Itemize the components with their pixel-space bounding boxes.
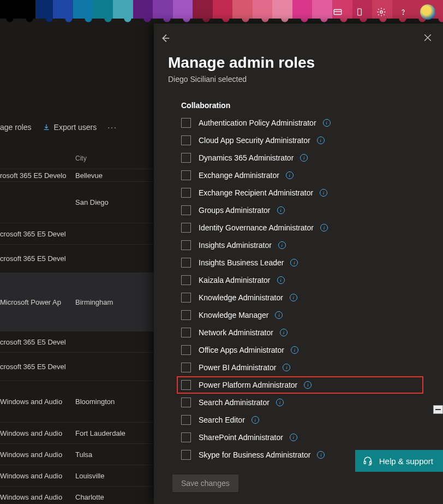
cell-licenses: crosoft 365 E5 Devel xyxy=(0,254,72,263)
role-checkbox[interactable] xyxy=(181,380,191,390)
role-item: Groups Administratori xyxy=(181,201,428,219)
cell-city: Charlotte xyxy=(72,493,157,501)
user-avatar[interactable] xyxy=(420,4,435,20)
info-icon[interactable]: i xyxy=(286,171,294,179)
settings-gear-icon[interactable] xyxy=(376,7,386,17)
role-checkbox[interactable] xyxy=(181,328,191,337)
role-label[interactable]: Search Administrator xyxy=(199,398,270,407)
role-checkbox[interactable] xyxy=(181,188,191,198)
role-label[interactable]: Office Apps Administrator xyxy=(199,346,284,354)
info-icon[interactable]: i xyxy=(275,311,283,319)
role-label[interactable]: Kaizala Administrator xyxy=(199,276,271,284)
role-item: Kaizala Administratori xyxy=(181,271,428,289)
info-icon[interactable]: i xyxy=(300,154,308,162)
role-checkbox[interactable] xyxy=(181,170,191,180)
role-item: Cloud App Security Administratori xyxy=(181,132,428,149)
role-checkbox[interactable] xyxy=(181,240,191,250)
role-item: Office Apps Administratori xyxy=(181,341,428,359)
role-label[interactable]: Network Administrator xyxy=(199,328,273,337)
help-question-icon[interactable] xyxy=(398,7,408,17)
info-icon[interactable]: i xyxy=(320,189,327,197)
info-icon[interactable]: i xyxy=(290,294,297,301)
role-label[interactable]: Identity Governance Administrator xyxy=(199,223,314,232)
info-icon[interactable]: i xyxy=(290,434,297,441)
role-label[interactable]: Power BI Administrator xyxy=(199,363,276,372)
cell-licenses: Windows and Audio xyxy=(0,450,72,459)
role-label[interactable]: Exchange Recipient Administrator xyxy=(199,188,313,197)
cell-licenses: crosoft 365 E5 Devel xyxy=(0,338,72,346)
export-users-action[interactable]: Export users xyxy=(43,123,97,132)
panel-scroll-area[interactable]: Collaboration Authentication Policy Admi… xyxy=(154,92,439,504)
help-support-button[interactable]: Help & support xyxy=(355,450,443,472)
info-icon[interactable]: i xyxy=(323,119,331,127)
role-checkbox[interactable] xyxy=(181,223,191,233)
info-icon[interactable]: i xyxy=(277,276,285,284)
card-icon[interactable] xyxy=(333,7,343,17)
role-checkbox[interactable] xyxy=(181,345,191,355)
cell-licenses: Windows and Audio xyxy=(0,429,72,437)
role-checkbox[interactable] xyxy=(181,432,191,442)
role-checkbox[interactable] xyxy=(181,258,191,268)
info-icon[interactable]: i xyxy=(317,137,325,144)
cell-licenses: Windows and Audio xyxy=(0,472,72,480)
more-actions-icon[interactable]: ··· xyxy=(107,123,117,132)
role-list: Authentication Policy AdministratoriClou… xyxy=(154,114,439,464)
save-changes-button[interactable]: Save changes xyxy=(172,475,238,492)
role-checkbox[interactable] xyxy=(181,275,191,285)
role-item: Identity Governance Administratori xyxy=(181,219,428,236)
info-icon[interactable]: i xyxy=(278,241,286,249)
role-checkbox[interactable] xyxy=(181,310,191,320)
svg-rect-6 xyxy=(370,461,372,464)
help-support-label: Help & support xyxy=(379,456,433,466)
back-arrow-icon[interactable] xyxy=(159,32,172,45)
info-icon[interactable]: i xyxy=(317,451,325,459)
role-item: Knowledge Manageri xyxy=(181,306,428,324)
info-icon[interactable]: i xyxy=(290,259,298,266)
role-checkbox[interactable] xyxy=(181,450,191,460)
role-checkbox[interactable] xyxy=(181,398,191,407)
role-label[interactable]: Authentication Policy Administrator xyxy=(199,118,316,127)
cell-licenses: rosoft 365 E5 Develo xyxy=(0,171,72,180)
role-label[interactable]: Search Editor xyxy=(199,416,245,424)
role-label[interactable]: Dynamics 365 Administrator xyxy=(199,153,294,162)
role-checkbox[interactable] xyxy=(181,135,191,145)
role-checkbox[interactable] xyxy=(181,415,191,425)
close-icon[interactable] xyxy=(422,32,435,45)
info-icon[interactable]: i xyxy=(280,329,288,336)
role-checkbox[interactable] xyxy=(181,118,191,128)
role-label[interactable]: Skype for Business Administrator xyxy=(199,450,310,459)
role-checkbox[interactable] xyxy=(181,293,191,303)
info-icon[interactable]: i xyxy=(252,416,259,424)
device-icon[interactable] xyxy=(355,7,364,17)
role-label[interactable]: Insights Administrator xyxy=(199,241,272,250)
role-checkbox[interactable] xyxy=(181,205,191,215)
role-label[interactable]: SharePoint Administrator xyxy=(199,433,283,442)
role-label[interactable]: Power Platform Administrator xyxy=(199,381,297,389)
role-label[interactable]: Groups Administrator xyxy=(199,206,271,215)
info-icon[interactable]: i xyxy=(283,364,290,371)
col-licenses[interactable] xyxy=(0,155,72,162)
col-city[interactable]: City xyxy=(72,155,157,162)
role-label[interactable]: Knowledge Administrator xyxy=(199,293,283,302)
info-icon[interactable]: i xyxy=(304,381,312,389)
cell-city: San Diego xyxy=(72,198,157,206)
role-item: Knowledge Administratori xyxy=(181,289,428,306)
role-label[interactable]: Knowledge Manager xyxy=(199,311,268,319)
svg-rect-5 xyxy=(364,461,366,464)
scroll-collapse-icon[interactable] xyxy=(433,405,443,414)
role-item: Search Administratori xyxy=(181,394,428,411)
info-icon[interactable]: i xyxy=(320,224,328,232)
info-icon[interactable]: i xyxy=(277,206,285,214)
info-icon[interactable]: i xyxy=(291,346,298,354)
info-icon[interactable]: i xyxy=(276,399,284,406)
role-checkbox[interactable] xyxy=(181,153,191,163)
export-users-label: Export users xyxy=(54,123,97,132)
role-checkbox[interactable] xyxy=(181,363,191,372)
role-label[interactable]: Cloud App Security Administrator xyxy=(199,136,310,145)
download-icon xyxy=(43,123,50,131)
manage-roles-action[interactable]: age roles xyxy=(0,123,32,132)
manage-roles-panel: Manage admin roles Diego Siciliani selec… xyxy=(154,23,443,504)
role-item: Insights Business Leaderi xyxy=(181,254,428,271)
role-label[interactable]: Exchange Administrator xyxy=(199,171,279,180)
role-label[interactable]: Insights Business Leader xyxy=(199,258,284,267)
